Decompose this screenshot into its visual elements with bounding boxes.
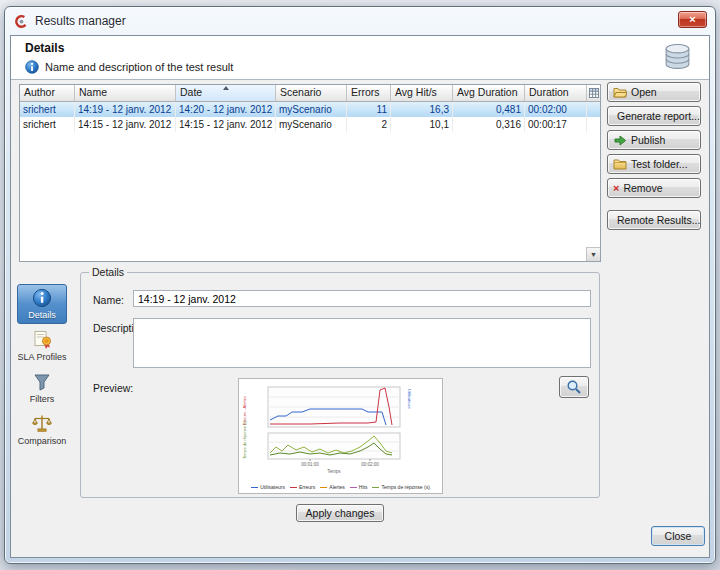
column-header-author[interactable]: Author (20, 85, 75, 102)
table-header-row: Author Name Date Scenario Errors Avg Hit… (20, 85, 600, 102)
preview-zoom-button[interactable] (559, 376, 589, 398)
preview-legend: Utilisateurs Erreurs Alertes Hits Temps … (239, 484, 442, 490)
column-header-errors[interactable]: Errors (347, 85, 391, 102)
column-header-duration[interactable]: Duration (525, 85, 587, 102)
cell-avg-duration: 0,316 (453, 117, 525, 132)
close-button[interactable]: Close (651, 526, 705, 546)
cell-duration: 00:02:00 (525, 102, 587, 117)
cell-name: 14:19 - 12 janv. 2012 (75, 102, 176, 117)
column-header-avg-duration[interactable]: Avg Duration (453, 85, 525, 102)
header-subtitle: Name and description of the test result (45, 61, 233, 73)
cell-errors: 2 (347, 117, 391, 132)
table-row[interactable]: srichert 14:15 - 12 janv. 2012 14:15 - 1… (20, 117, 600, 132)
details-group: Details Name: Description: Preview: (80, 266, 600, 498)
table-row[interactable]: srichert 14:19 - 12 janv. 2012 14:20 - 1… (20, 102, 600, 117)
column-header-name[interactable]: Name (75, 85, 176, 102)
remove-button[interactable]: × Remove (607, 178, 701, 198)
remove-x-icon: × (613, 183, 619, 194)
table-grid-icon (589, 88, 599, 98)
tab-filters[interactable]: Filters (17, 368, 67, 408)
close-icon: × (689, 13, 695, 25)
cell-duration: 00:00:17 (525, 117, 587, 132)
cell-date: 14:20 - 12 janv. 2012 (176, 102, 276, 117)
sort-ascending-icon (223, 86, 229, 90)
publish-arrow-icon (613, 134, 627, 147)
tab-sla-profiles[interactable]: SLA Profiles (17, 326, 67, 366)
info-icon (32, 288, 52, 308)
header-banner: Details Name and description of the test… (11, 36, 709, 80)
info-icon (25, 60, 39, 74)
database-icon (662, 42, 693, 72)
cell-errors: 11 (347, 102, 391, 117)
cell-name: 14:15 - 12 janv. 2012 (75, 117, 176, 132)
cell-avg-hits: 16,3 (391, 102, 453, 117)
open-button[interactable]: Open (607, 82, 701, 102)
window-close-button[interactable]: × (678, 11, 707, 28)
cell-author: srichert (20, 102, 75, 117)
column-header-avg-hits[interactable]: Avg Hit/s (391, 85, 453, 102)
svg-text:Temps de réponse (s): Temps de réponse (s) (242, 420, 247, 459)
description-textarea[interactable] (133, 318, 591, 368)
scales-icon (32, 414, 52, 434)
name-label: Name: (93, 294, 124, 306)
titlebar[interactable]: Results manager × (5, 7, 715, 35)
cell-date: 14:15 - 12 janv. 2012 (176, 117, 276, 132)
certificate-icon (32, 330, 52, 350)
svg-text:Temps: Temps (327, 469, 341, 474)
folder-icon (613, 158, 627, 170)
details-group-title: Details (89, 266, 127, 278)
dialog-client-area: Details Name and description of the test… (10, 35, 710, 558)
app-icon (14, 14, 29, 29)
window-title: Results manager (35, 14, 126, 28)
filter-funnel-icon (32, 372, 52, 392)
test-folder-button[interactable]: Test folder... (607, 154, 701, 174)
publish-button[interactable]: Publish (607, 130, 701, 150)
column-header-date[interactable]: Date (176, 85, 276, 102)
magnifier-icon (566, 379, 582, 395)
preview-chart: 00:01:00 00:02:00 Temps Erreurs - Alerte… (238, 378, 443, 494)
preview-label: Preview: (93, 382, 133, 394)
cell-author: srichert (20, 117, 75, 132)
cell-scenario: myScenario (276, 117, 347, 132)
results-manager-window: Results manager × Details Name and descr… (4, 6, 716, 564)
apply-changes-button[interactable]: Apply changes (296, 504, 384, 522)
tab-details[interactable]: Details (17, 284, 67, 324)
cell-avg-duration: 0,481 (453, 102, 525, 117)
detail-tabs: Details SLA Profiles Filters (17, 284, 69, 450)
results-table: Author Name Date Scenario Errors Avg Hit… (19, 84, 601, 262)
svg-text:00:01:00: 00:01:00 (301, 462, 319, 467)
tab-comparison[interactable]: Comparison (17, 410, 67, 450)
remote-results-button[interactable]: Remote Results... (607, 210, 701, 230)
scrollbar-down-button[interactable]: ▼ (586, 247, 600, 261)
column-chooser-button[interactable] (587, 85, 600, 102)
generate-report-button[interactable]: Generate report... (607, 106, 701, 126)
chevron-down-icon: ▼ (590, 251, 597, 258)
column-header-scenario[interactable]: Scenario (276, 85, 347, 102)
name-input[interactable] (133, 290, 591, 307)
open-folder-icon (613, 86, 627, 98)
svg-text:Utilisateurs: Utilisateurs (407, 389, 412, 409)
cell-scenario: myScenario (276, 102, 347, 117)
cell-avg-hits: 10,1 (391, 117, 453, 132)
svg-text:00:02:00: 00:02:00 (361, 462, 379, 467)
page-title: Details (25, 41, 64, 55)
